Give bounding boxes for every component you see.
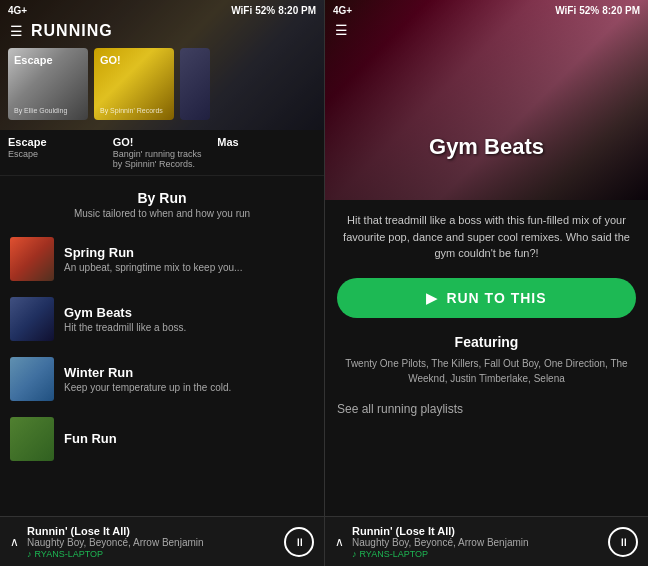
escape-label-name: Escape [8, 136, 107, 148]
play-icon: ▶ [426, 290, 438, 306]
right-header-overlay [325, 0, 648, 200]
now-playing-info: Runnin' (Lose It All) Naughty Boy, Beyon… [27, 525, 276, 559]
right-speaker-icon: ♪ [352, 549, 357, 559]
right-now-playing-info: Runnin' (Lose It All) Naughty Boy, Beyon… [352, 525, 600, 559]
playlist-info-winter-run: Winter Run Keep your temperature up in t… [64, 365, 314, 393]
gym-beats-title: Gym Beats [335, 134, 638, 160]
right-battery-text: 52% [579, 5, 599, 16]
escape-label: Escape Escape [8, 136, 107, 169]
chevron-up-icon[interactable]: ∧ [10, 535, 19, 549]
left-status-bar: 4G+ WiFi 52% 8:20 PM [0, 0, 324, 20]
right-header: 4G+ WiFi 52% 8:20 PM ☰ Gym Beats [325, 0, 648, 200]
signal-text: 4G+ [8, 5, 27, 16]
playlist-cards-row: Escape By Ellie Goulding GO! By Spinnin'… [8, 48, 316, 120]
go-card-artist: By Spinnin' Records [100, 107, 163, 114]
playlist-labels-row: Escape Escape GO! Bangin' running tracks… [0, 130, 324, 176]
now-playing-artist: Naughty Boy, Beyoncé, Arrow Benjamin [27, 537, 276, 548]
playlist-name-spring-run: Spring Run [64, 245, 314, 260]
playlist-item-spring-run[interactable]: Spring Run An upbeat, springtime mix to … [0, 229, 324, 289]
playlist-item-winter-run[interactable]: Winter Run Keep your temperature up in t… [0, 349, 324, 409]
go-label-desc: Bangin' running tracks by Spinnin' Recor… [113, 149, 212, 169]
playlist-info-gym-beats: Gym Beats Hit the treadmill like a boss. [64, 305, 314, 333]
pause-button[interactable]: ⏸ [284, 527, 314, 557]
right-wifi-icon: WiFi [555, 5, 576, 16]
playlist-item-fun-run[interactable]: Fun Run [0, 409, 324, 469]
playlist-card-mas[interactable] [180, 48, 210, 120]
left-panel: 4G+ WiFi 52% 8:20 PM ☰ RUNNING Escape By… [0, 0, 324, 566]
status-bar-right: WiFi 52% 8:20 PM [231, 5, 316, 16]
right-panel: 4G+ WiFi 52% 8:20 PM ☰ Gym Beats Hit tha… [324, 0, 648, 566]
playlist-thumb-winter-run [10, 357, 54, 401]
featuring-title: Featuring [337, 334, 636, 350]
playlist-item-gym-beats[interactable]: Gym Beats Hit the treadmill like a boss. [0, 289, 324, 349]
playlist-desc-gym-beats: Hit the treadmill like a boss. [64, 322, 314, 333]
right-content: Hit that treadmill like a boss with this… [325, 200, 648, 516]
by-run-title: By Run [8, 190, 316, 206]
now-playing-device: ♪ RYANS-LAPTOP [27, 549, 276, 559]
right-status-bar: 4G+ WiFi 52% 8:20 PM [325, 0, 648, 20]
playlist-desc-winter-run: Keep your temperature up in the cold. [64, 382, 314, 393]
playlist-name-gym-beats: Gym Beats [64, 305, 314, 320]
escape-card-name: Escape [14, 54, 53, 66]
go-card-name: GO! [100, 54, 121, 66]
playlist-name-winter-run: Winter Run [64, 365, 314, 380]
featuring-artists: Twenty One Pilots, The Killers, Fall Out… [337, 356, 636, 386]
playlist-info-fun-run: Fun Run [64, 431, 314, 448]
right-pause-button[interactable]: ⏸ [608, 527, 638, 557]
escape-card-artist: By Ellie Goulding [14, 107, 67, 114]
playlist-card-escape[interactable]: Escape By Ellie Goulding [8, 48, 88, 120]
go-label-name: GO! [113, 136, 212, 148]
right-time-display: 8:20 PM [602, 5, 640, 16]
run-to-this-button[interactable]: ▶ RUN TO THIS [337, 278, 636, 318]
right-status-bar-left: 4G+ [333, 5, 352, 16]
playlist-name-fun-run: Fun Run [64, 431, 314, 446]
escape-label-desc: Escape [8, 149, 107, 159]
right-now-playing-track: Runnin' (Lose It All) [352, 525, 600, 537]
right-now-playing-artist: Naughty Boy, Beyoncé, Arrow Benjamin [352, 537, 600, 548]
right-device-name: RYANS-LAPTOP [360, 549, 429, 559]
right-chevron-up-icon[interactable]: ∧ [335, 535, 344, 549]
playlist-list: Spring Run An upbeat, springtime mix to … [0, 223, 324, 475]
device-name: RYANS-LAPTOP [35, 549, 104, 559]
now-playing-track: Runnin' (Lose It All) [27, 525, 276, 537]
go-label: GO! Bangin' running tracks by Spinnin' R… [113, 136, 212, 169]
by-run-section-header: By Run Music tailored to when and how yo… [0, 176, 324, 223]
speaker-icon: ♪ [27, 549, 32, 559]
playlist-thumb-gym-beats [10, 297, 54, 341]
hamburger-icon[interactable]: ☰ [10, 24, 23, 38]
right-signal-text: 4G+ [333, 5, 352, 16]
left-header-title-row: ☰ RUNNING [10, 22, 314, 40]
run-to-this-label: RUN TO THIS [446, 290, 546, 306]
mas-label-name: Mas [217, 136, 316, 148]
by-run-subtitle: Music tailored to when and how you run [8, 208, 316, 219]
playlist-desc-spring-run: An upbeat, springtime mix to keep you... [64, 262, 314, 273]
playlist-thumb-fun-run [10, 417, 54, 461]
running-title: RUNNING [31, 22, 113, 40]
battery-text: 52% [255, 5, 275, 16]
wifi-icon: WiFi [231, 5, 252, 16]
playlist-thumb-spring-run [10, 237, 54, 281]
gym-description: Hit that treadmill like a boss with this… [337, 212, 636, 262]
right-status-bar-right: WiFi 52% 8:20 PM [555, 5, 640, 16]
playlist-info-spring-run: Spring Run An upbeat, springtime mix to … [64, 245, 314, 273]
see-all-running-playlists-link[interactable]: See all running playlists [337, 402, 636, 416]
right-now-playing-device: ♪ RYANS-LAPTOP [352, 549, 600, 559]
left-header: 4G+ WiFi 52% 8:20 PM ☰ RUNNING Escape By… [0, 0, 324, 130]
right-now-playing-bar[interactable]: ∧ Runnin' (Lose It All) Naughty Boy, Bey… [325, 516, 648, 566]
status-bar-left: 4G+ [8, 5, 27, 16]
time-display: 8:20 PM [278, 5, 316, 16]
playlist-card-go[interactable]: GO! By Spinnin' Records [94, 48, 174, 120]
mas-label: Mas [217, 136, 316, 169]
left-content: Escape Escape GO! Bangin' running tracks… [0, 130, 324, 516]
featuring-section: Featuring Twenty One Pilots, The Killers… [337, 334, 636, 386]
right-hamburger-icon[interactable]: ☰ [335, 22, 348, 38]
now-playing-bar[interactable]: ∧ Runnin' (Lose It All) Naughty Boy, Bey… [0, 516, 324, 566]
